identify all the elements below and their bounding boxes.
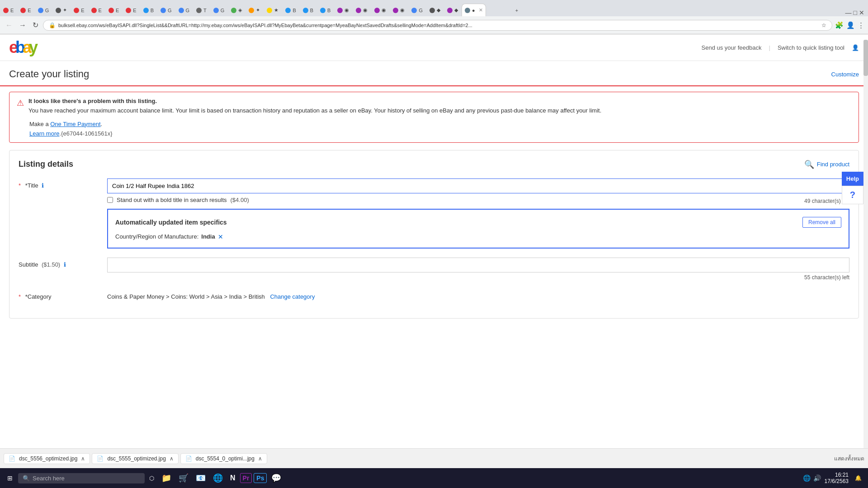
subtitle-info-icon[interactable]: ℹ (64, 261, 66, 268)
switch-tool-link[interactable]: Switch to quick listing tool (778, 44, 844, 51)
title-input[interactable] (107, 178, 849, 193)
tabs-container: EEG✦EEEEBGGTG◈✦★BBB◉◉◉◉G◆◆●✕+ (0, 4, 845, 16)
help-question-button[interactable]: ? (842, 186, 863, 204)
maximize-icon[interactable]: □ (854, 9, 857, 16)
error-title: It looks like there's a problem with thi… (28, 98, 601, 104)
tab-favicon-17 (303, 8, 308, 13)
tab-label-2: G (45, 8, 49, 13)
browser-body: ebay Send us your feedback | Switch to q… (0, 34, 868, 328)
tab-favicon-6 (108, 8, 114, 13)
error-content: It looks like there's a problem with thi… (28, 98, 601, 115)
browser-tab-9[interactable]: G (157, 4, 175, 16)
browser-tab-4[interactable]: E (71, 4, 87, 16)
subtitle-input[interactable] (107, 258, 849, 272)
help-button[interactable]: Help (842, 172, 863, 186)
browser-tab-0[interactable]: E (0, 4, 17, 16)
help-label: Help (846, 175, 859, 182)
browser-tab-24[interactable]: ◆ (426, 4, 443, 16)
reload-button[interactable]: ↻ (31, 19, 40, 31)
browser-tab-27[interactable] (486, 4, 495, 16)
minimize-icon[interactable]: — (845, 9, 852, 16)
browser-tab-25[interactable]: ◆ (444, 4, 461, 16)
error-icon: ⚠ (17, 98, 24, 108)
category-content: Coins & Paper Money > Coins: World > Asi… (107, 290, 849, 300)
bold-title-label: Stand out with a bold title in search re… (117, 197, 227, 203)
tab-close-26[interactable]: ✕ (479, 7, 483, 13)
tab-label-12: G (221, 8, 225, 13)
page-scrollbar[interactable] (863, 40, 868, 328)
browser-tab-1[interactable]: E (17, 4, 34, 16)
page: ebay Send us your feedback | Switch to q… (0, 34, 868, 328)
tab-favicon-23 (411, 8, 417, 13)
more-icon[interactable]: ⋮ (858, 21, 864, 29)
manufacture-label: Country/Region of Manufacture: (115, 233, 198, 240)
browser-tab-10[interactable]: G (175, 4, 193, 16)
browser-tab-6[interactable]: E (105, 4, 122, 16)
browser-tab-18[interactable]: B (317, 4, 334, 16)
change-category-link[interactable]: Change category (270, 293, 315, 300)
scrollbar-thumb[interactable] (863, 40, 868, 76)
help-question-mark: ? (850, 190, 855, 200)
browser-tab-8[interactable]: B (140, 4, 157, 16)
browser-tab-19[interactable]: ◉ (334, 4, 352, 16)
tab-favicon-4 (74, 8, 79, 13)
category-row: *Category Coins & Paper Money > Coins: W… (19, 290, 849, 300)
browser-tab-3[interactable]: ✦ (52, 4, 70, 16)
send-feedback-link[interactable]: Send us your feedback (702, 44, 762, 51)
tab-favicon-5 (91, 8, 97, 13)
tab-label-0: E (10, 8, 14, 13)
error-links: Make a One Time Payment. Learn more.{e67… (17, 121, 851, 137)
forward-button[interactable]: → (17, 19, 28, 31)
tab-label-16: B (292, 8, 296, 13)
tab-favicon-9 (160, 8, 166, 13)
browser-tab-11[interactable]: T (193, 4, 210, 16)
subtitle-chars-left: 55 character(s) left (107, 274, 849, 281)
address-bar[interactable]: 🔒 ☆ (43, 20, 832, 31)
title-label: *Title ℹ (19, 178, 100, 189)
title-info-icon[interactable]: ℹ (42, 182, 44, 189)
browser-tab-12[interactable]: G (210, 4, 228, 16)
tab-favicon-24 (429, 8, 435, 13)
browser-tab-7[interactable]: E (123, 4, 139, 16)
profile-icon[interactable]: 👤 (846, 21, 855, 29)
listing-details-title: Listing details (19, 160, 73, 169)
tab-label-9: G (168, 8, 172, 13)
browser-tab-26[interactable]: ●✕ (462, 4, 486, 16)
back-button[interactable]: ← (4, 19, 14, 31)
bookmark-icon[interactable]: ☆ (821, 22, 826, 28)
browser-tab-23[interactable]: G (408, 4, 426, 16)
learn-more-link[interactable]: Learn more (29, 130, 59, 137)
browser-tab-5[interactable]: E (88, 4, 105, 16)
subtitle-label: Subtitle ($1.50) ℹ (19, 258, 100, 268)
tab-favicon-0 (3, 8, 9, 13)
browser-tab-22[interactable]: ◉ (390, 4, 408, 16)
browser-tab-14[interactable]: ✦ (245, 4, 263, 16)
browser-tab-21[interactable]: ◉ (371, 4, 389, 16)
subtitle-price: ($1.50) (42, 261, 60, 268)
browser-tab-20[interactable]: ◉ (353, 4, 371, 16)
tab-label-18: B (327, 8, 330, 13)
url-input[interactable] (58, 23, 819, 28)
page-title-bar: Create your listing Customize (0, 61, 868, 86)
tab-favicon-8 (143, 8, 149, 13)
new-tab-button[interactable]: + (512, 4, 521, 16)
bold-title-checkbox[interactable] (107, 197, 113, 203)
customize-link[interactable]: Customize (831, 71, 859, 78)
close-icon[interactable]: ✕ (859, 9, 864, 16)
one-time-payment-link[interactable]: One Time Payment (50, 121, 100, 127)
subtitle-content: 55 character(s) left (107, 258, 849, 281)
browser-tab-13[interactable]: ◈ (228, 4, 245, 16)
header-links: Send us your feedback | Switch to quick … (702, 44, 859, 51)
browser-tab-15[interactable]: ★ (264, 4, 282, 16)
extension-icon[interactable]: 🧩 (835, 21, 844, 29)
browser-tab-29[interactable] (504, 4, 512, 16)
tab-label-19: ◉ (344, 7, 349, 13)
browser-tab-17[interactable]: B (300, 4, 316, 16)
learn-more-text: Learn more.{e67044-1061561x} (29, 130, 851, 137)
browser-tab-28[interactable] (495, 4, 503, 16)
browser-tab-2[interactable]: G (35, 4, 52, 16)
browser-tab-16[interactable]: B (282, 4, 299, 16)
find-product-button[interactable]: 🔍 Find product (804, 160, 849, 169)
remove-all-button[interactable]: Remove all (802, 217, 841, 228)
remove-manufacture-button[interactable]: ✕ (218, 233, 223, 240)
